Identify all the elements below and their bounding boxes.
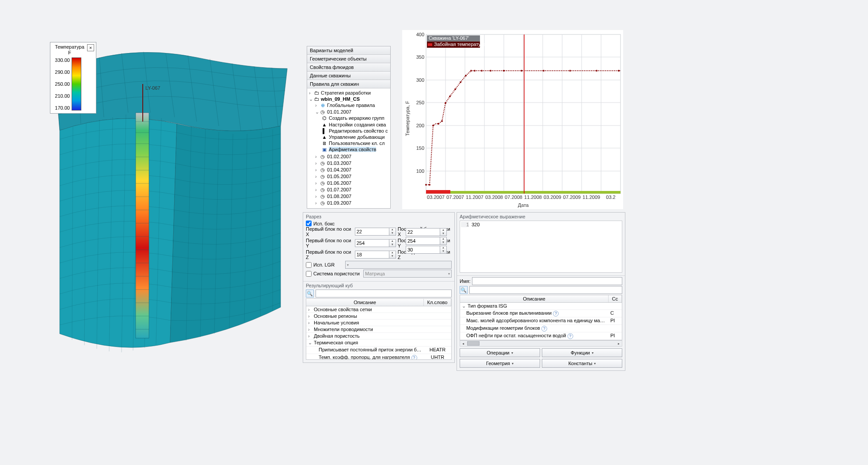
svg-point-72 <box>429 184 430 186</box>
table-row[interactable]: Приписывает постоянный приток энергии бл… <box>306 347 451 354</box>
svg-point-81 <box>470 70 472 72</box>
name-label: Имя: <box>460 278 470 284</box>
svg-text:200: 200 <box>416 123 424 128</box>
search-icon[interactable]: 🔍 <box>306 290 314 297</box>
result-cube-grid[interactable]: › Основные свойства сетки› Основные реги… <box>306 306 452 360</box>
svg-text:07.2008: 07.2008 <box>505 194 522 200</box>
spin-x2[interactable]: ▲▼ <box>406 228 454 236</box>
color-legend[interactable]: Температура F × 330.00290.00 250.00210.0… <box>50 42 96 114</box>
cube-icon: ▣ <box>321 147 327 152</box>
svg-text:03.2008: 03.2008 <box>485 194 503 200</box>
result-cube-header: Описание Кл.слово <box>306 298 452 306</box>
acc-wellrules[interactable]: Правила для скважин <box>307 80 390 88</box>
use-box-checkbox[interactable]: Исп. бокс <box>306 221 452 226</box>
spin-z2[interactable]: ▲▼ <box>406 246 454 254</box>
porosity-checkbox[interactable]: Система пористостиМатрица <box>306 270 452 278</box>
expression-editor[interactable]: 1320 <box>460 221 622 273</box>
spin-x1[interactable]: ▲▼ <box>355 228 396 236</box>
spin-y1[interactable]: ▲▼ <box>355 239 396 247</box>
result-cube-title: Результирующий куб <box>306 283 452 288</box>
arith-title: Арифметическое выражение <box>460 214 622 219</box>
table-row[interactable]: Вырезание блоков при выклинивании ?C <box>460 310 622 317</box>
svg-rect-95 <box>428 43 432 46</box>
svg-rect-70 <box>450 191 621 194</box>
svg-text:07.2009: 07.2009 <box>563 194 581 200</box>
svg-point-90 <box>618 70 620 72</box>
operations-button[interactable]: Операции <box>460 348 540 357</box>
arith-grid[interactable]: ⌄ Тип формата ISGВырезание блоков при вы… <box>460 302 622 340</box>
lgr-combo[interactable] <box>345 261 452 269</box>
svg-text:250: 250 <box>416 100 424 105</box>
table-row[interactable]: ⌄ Тип формата ISG <box>460 303 622 310</box>
clock-icon: ◷ <box>320 160 326 166</box>
svg-point-86 <box>521 70 522 72</box>
svg-text:100: 100 <box>416 168 424 174</box>
name-input[interactable] <box>472 277 622 285</box>
porosity-combo[interactable]: Матрица <box>363 270 452 278</box>
svg-text:03.2: 03.2 <box>606 194 615 200</box>
svg-point-71 <box>425 184 427 186</box>
help-icon[interactable]: ? <box>567 333 573 339</box>
search-input[interactable] <box>316 290 452 297</box>
table-row[interactable]: Модификации геометрии блоков ? <box>460 325 622 332</box>
svg-point-89 <box>596 70 598 72</box>
constants-button[interactable]: Константы <box>542 359 622 368</box>
geometry-button[interactable]: Геометрия <box>460 359 540 368</box>
svg-point-76 <box>445 102 446 104</box>
search-input-right[interactable] <box>469 286 622 294</box>
use-lgr-checkbox[interactable]: Исп. LGR <box>306 261 452 269</box>
acc-variants[interactable]: Варианты моделей <box>307 46 390 55</box>
table-row[interactable]: › Начальные условия <box>306 320 451 326</box>
svg-text:07.2007: 07.2007 <box>446 194 464 200</box>
svg-text:11.2009: 11.2009 <box>582 194 600 200</box>
svg-text:350: 350 <box>416 54 424 60</box>
svg-rect-69 <box>426 190 450 194</box>
svg-text:Дата: Дата <box>518 202 529 208</box>
table-row[interactable]: › Основные регионы <box>306 313 451 320</box>
h-scrollbar[interactable]: ◂▸ <box>460 340 622 347</box>
help-icon[interactable]: ? <box>411 355 417 360</box>
clock-icon: ◷ <box>320 180 326 186</box>
svg-point-83 <box>481 70 483 72</box>
svg-point-82 <box>474 70 476 72</box>
help-icon[interactable]: ? <box>553 311 559 316</box>
table-row[interactable]: ОФП нефти при остат. насыщенности водой … <box>460 332 622 340</box>
temperature-chart[interactable]: 400 350 300 250 200 150 100 03.2007 07.2… <box>402 30 623 209</box>
svg-text:03.2007: 03.2007 <box>427 194 445 200</box>
acc-geom[interactable]: Геометрические объекты <box>307 55 390 63</box>
spin-z1[interactable]: ▲▼ <box>355 251 396 259</box>
legend-title: Температура F <box>52 44 87 56</box>
table-row[interactable]: Темп. коэфф. пропорц. для нагревателя ?U… <box>306 354 451 360</box>
rules-tree[interactable]: ›🗀 Стратегия разработки ⌄🗀 wbin_09_HM_CS… <box>307 88 390 208</box>
label-y1: Первый блок по оси Y <box>306 238 353 248</box>
well-icon: ▲ <box>321 134 327 140</box>
functions-button[interactable]: Функции <box>542 348 622 357</box>
acc-fluids[interactable]: Свойства флюидов <box>307 63 390 72</box>
svg-text:Забойная температура: Забойная температура <box>434 42 487 47</box>
section-title: Разрез <box>306 214 452 219</box>
clock-icon: ◷ <box>320 109 326 115</box>
svg-point-73 <box>432 125 434 126</box>
acc-welldata[interactable]: Данные скважины <box>307 72 390 80</box>
svg-point-79 <box>460 81 461 83</box>
clock-icon: ◷ <box>320 167 326 173</box>
arithmetic-panel: Арифметическое выражение 1320 Имя: 🔍 Опи… <box>457 212 625 371</box>
table-row[interactable]: ⌄ Термическая опция <box>306 339 451 347</box>
svg-point-77 <box>449 95 451 97</box>
hierarchy-icon: ⌬ <box>321 115 327 121</box>
table-row[interactable]: › Основные свойства сетки <box>306 306 451 313</box>
file-icon: 🗎 <box>321 141 327 146</box>
spin-y2[interactable]: ▲▼ <box>406 237 454 245</box>
table-row[interactable]: › Двойная пористость <box>306 333 451 339</box>
svg-text:03.2009: 03.2009 <box>544 194 561 200</box>
close-icon[interactable]: × <box>87 44 94 51</box>
svg-rect-15 <box>136 113 149 338</box>
clock-icon: ◷ <box>320 187 326 193</box>
svg-point-75 <box>441 120 443 122</box>
search-icon[interactable]: 🔍 <box>460 286 468 294</box>
table-row[interactable]: › Множители проводимости <box>306 326 451 333</box>
help-icon[interactable]: ? <box>541 326 547 332</box>
table-row[interactable]: Макс. молей адсорбированного компонента … <box>460 317 622 325</box>
svg-point-80 <box>465 75 467 76</box>
label-z1: Первый блок по оси Z <box>306 249 353 260</box>
